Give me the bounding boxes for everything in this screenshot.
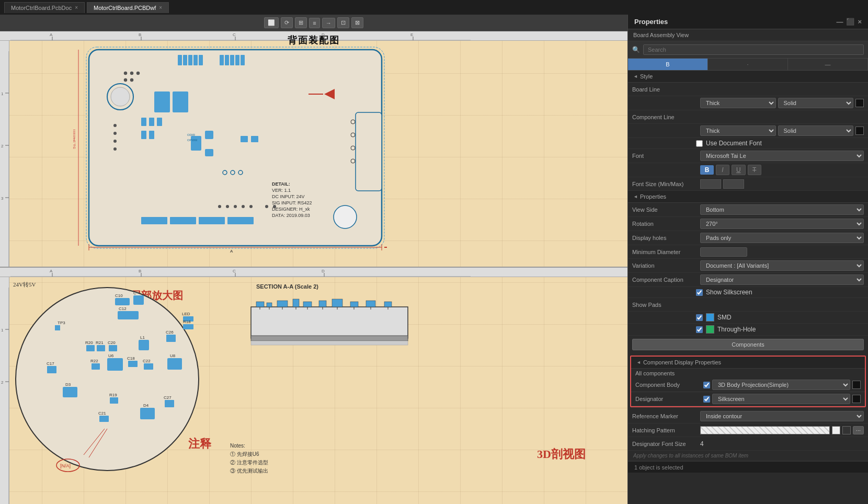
bold-button[interactable]: B — [700, 165, 714, 175]
smd-label: SMD — [717, 314, 732, 321]
display-holes-select[interactable]: Pads only — [700, 233, 864, 243]
variation-label: Variation — [632, 262, 700, 269]
status-text: 1 object is selected — [634, 464, 683, 471]
toolbar-btn-arrow[interactable]: → — [322, 18, 335, 28]
svg-rect-54 — [170, 217, 196, 224]
font-size-min-input[interactable]: 20 — [700, 179, 721, 189]
toolbar-btn-select[interactable]: ⊡ — [337, 17, 349, 28]
svg-text:C10: C10 — [115, 293, 123, 298]
component-body-color[interactable] — [852, 381, 861, 389]
reference-marker-label: Reference Marker — [632, 413, 700, 419]
underline-button[interactable]: U — [732, 165, 746, 175]
use-document-font-checkbox[interactable] — [696, 140, 703, 147]
minimize-icon[interactable]: — — [836, 18, 843, 26]
svg-rect-118 — [55, 325, 60, 330]
pcb-canvas[interactable]: A B C D E 1 — [0, 31, 627, 504]
svg-text:2: 2 — [1, 380, 4, 385]
toolbar-btn-rect[interactable]: ⬜ — [264, 17, 279, 28]
components-button[interactable]: Components — [632, 339, 864, 350]
component-line-color[interactable] — [855, 127, 864, 135]
svg-rect-164 — [303, 302, 312, 307]
tab-dash[interactable]: — — [788, 59, 868, 70]
svg-rect-81 — [205, 149, 213, 156]
svg-rect-131 — [109, 345, 117, 351]
search-input[interactable] — [643, 44, 864, 55]
font-select[interactable]: Microsoft Tai Le — [700, 151, 864, 161]
smd-color-swatch[interactable] — [706, 313, 714, 322]
svg-text:C22: C22 — [143, 359, 151, 363]
rotation-select[interactable]: 270° — [700, 219, 864, 229]
component-line-style-select[interactable]: Solid — [778, 125, 854, 136]
svg-rect-111 — [115, 298, 130, 305]
toolbar-btn-list[interactable]: ≡ — [309, 18, 319, 28]
svg-rect-72 — [356, 112, 382, 191]
hatching-light-color[interactable] — [832, 426, 840, 434]
designator-select[interactable]: Silkscreen — [712, 394, 850, 404]
min-diameter-input[interactable]: 1.5000mm — [700, 247, 747, 257]
smd-checkbox[interactable] — [696, 314, 703, 321]
font-size-max-input[interactable]: 20 — [723, 179, 744, 189]
hatching-preview[interactable] — [700, 426, 830, 434]
reference-marker-select[interactable]: Inside contour — [700, 411, 864, 421]
strikethrough-button[interactable]: T — [748, 165, 761, 175]
svg-text:R18: R18 — [183, 319, 191, 324]
through-hole-checkbox[interactable] — [696, 326, 703, 333]
svg-rect-145 — [63, 387, 77, 397]
svg-text:DC INPUT: 24V: DC INPUT: 24V — [272, 194, 305, 199]
svg-rect-180 — [251, 336, 408, 341]
min-diameter-label: Minimum Diameter — [632, 249, 700, 255]
svg-rect-84 — [241, 136, 248, 142]
component-display-section: Component Display Properties All compone… — [630, 356, 866, 407]
designator-checkbox[interactable] — [703, 396, 710, 403]
expand-icon[interactable]: ⬛ — [846, 18, 854, 26]
tab-pcbdoc[interactable]: MotorCtrlBoard.PcbDoc × — [4, 2, 85, 13]
toolbar: ⬜ ⟳ ⊞ ≡ → ⊡ ⊠ — [0, 15, 627, 31]
svg-rect-139 — [128, 361, 138, 367]
component-body-select[interactable]: 3D Body Projection(Simple) — [712, 380, 850, 390]
variation-select[interactable]: Document : [All Variants] — [700, 260, 864, 271]
show-silkscreen-checkbox[interactable] — [696, 289, 703, 296]
svg-rect-27 — [220, 55, 224, 65]
close-icon[interactable]: × — [159, 5, 162, 10]
svg-text:C27: C27 — [164, 395, 172, 400]
svg-point-59 — [234, 205, 237, 208]
svg-text:C: C — [233, 32, 236, 37]
through-hole-label: Through-Hole — [717, 326, 756, 333]
toolbar-btn-grid[interactable]: ⊞ — [295, 17, 307, 28]
tab-pcbdwf[interactable]: MotorCtrlBoard.PCBDwf × — [87, 2, 169, 13]
toolbar-btn-rotate[interactable]: ⟳ — [281, 17, 293, 28]
hatching-dark-color[interactable] — [842, 426, 851, 434]
component-line-thickness-select[interactable]: Thick — [700, 125, 776, 136]
svg-rect-53 — [141, 217, 167, 224]
style-section[interactable]: Style — [628, 71, 868, 83]
svg-text:C26: C26 — [166, 330, 174, 335]
component-body-checkbox[interactable] — [703, 382, 710, 388]
tab-dot[interactable]: · — [708, 59, 788, 70]
close-icon[interactable]: × — [75, 5, 78, 10]
board-line-color[interactable] — [855, 99, 864, 107]
show-pads-row: Show Pads — [628, 298, 868, 312]
board-line-style-select[interactable]: Solid — [778, 98, 854, 108]
svg-point-42 — [111, 87, 130, 106]
italic-button[interactable]: I — [716, 165, 729, 175]
component-line-controls: Thick Solid — [628, 124, 868, 138]
through-hole-color-swatch[interactable] — [706, 325, 714, 334]
component-display-header[interactable]: Component Display Properties — [631, 357, 865, 369]
component-caption-select[interactable]: Designator — [700, 274, 864, 285]
svg-rect-26 — [199, 55, 203, 65]
show-silkscreen-row: Show Silkscreen — [628, 287, 868, 298]
close-panel-icon[interactable]: × — [858, 18, 862, 26]
upper-canvas: A B C D E 1 — [0, 31, 627, 268]
svg-rect-160 — [256, 302, 264, 307]
designator-color[interactable] — [852, 395, 861, 403]
show-pads-label: Show Pads — [632, 302, 700, 308]
tab-b[interactable]: B — [628, 59, 708, 70]
svg-point-61 — [249, 205, 253, 208]
svg-text:DATA: 2019.09.03: DATA: 2019.09.03 — [272, 213, 310, 218]
view-side-select[interactable]: Bottom — [700, 204, 864, 215]
properties-section[interactable]: Properties — [628, 191, 868, 203]
toolbar-btn-crosshair[interactable]: ⊠ — [351, 17, 363, 28]
board-line-thickness-select[interactable]: Thick — [700, 98, 776, 108]
hatching-more-button[interactable]: ··· — [853, 426, 864, 434]
svg-text:C17: C17 — [47, 361, 54, 366]
